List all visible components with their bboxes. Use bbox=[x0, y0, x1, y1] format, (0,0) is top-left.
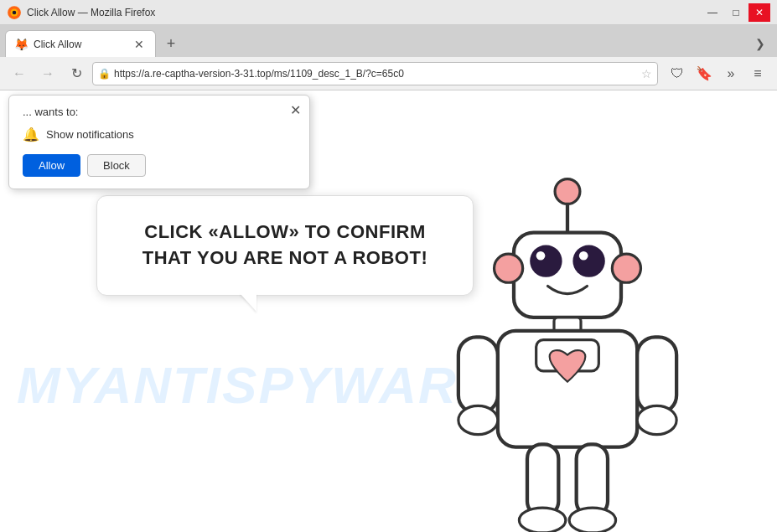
active-tab[interactable]: 🦊 Click Allow ✕ bbox=[5, 30, 156, 57]
svg-point-22 bbox=[569, 508, 615, 532]
allow-button[interactable]: Allow bbox=[23, 154, 80, 177]
firefox-icon bbox=[7, 5, 22, 20]
popup-wants-text: ... wants to: bbox=[23, 106, 296, 118]
popup-buttons: Allow Block bbox=[23, 154, 296, 177]
svg-point-9 bbox=[579, 251, 588, 261]
tab-close-button[interactable]: ✕ bbox=[132, 37, 147, 52]
shield-icon: 🔒 bbox=[98, 68, 111, 80]
browser-content: MYANTISPYWARE.COM ✕ ... wants to: 🔔 Show… bbox=[0, 90, 777, 532]
menu-button[interactable]: ≡ bbox=[745, 61, 770, 86]
bell-icon: 🔔 bbox=[23, 127, 39, 142]
svg-rect-16 bbox=[637, 337, 676, 413]
svg-point-17 bbox=[458, 405, 498, 434]
svg-rect-20 bbox=[577, 444, 608, 515]
toolbar-icons: 🛡 🔖 » ≡ bbox=[665, 61, 770, 86]
minimize-button[interactable]: — bbox=[702, 3, 723, 22]
svg-point-21 bbox=[519, 508, 565, 532]
notification-popup: ✕ ... wants to: 🔔 Show notifications All… bbox=[8, 95, 310, 189]
tab-title: Click Allow bbox=[34, 39, 127, 50]
tab-favicon: 🦊 bbox=[14, 38, 28, 51]
titlebar-controls: — □ ✕ bbox=[702, 3, 770, 22]
back-button[interactable]: ← bbox=[7, 61, 32, 86]
extensions-button[interactable]: » bbox=[718, 61, 743, 86]
robot-illustration bbox=[433, 172, 702, 532]
popup-notification-item: 🔔 Show notifications bbox=[23, 127, 296, 142]
shield-toolbar-button[interactable]: 🛡 bbox=[665, 61, 690, 86]
svg-point-7 bbox=[572, 245, 604, 276]
tab-overflow-button[interactable]: ❯ bbox=[749, 32, 772, 55]
bookmark-button[interactable]: 🔖 bbox=[692, 61, 717, 86]
svg-point-6 bbox=[530, 245, 562, 276]
svg-point-2 bbox=[13, 10, 17, 14]
address-text: https://a.re-captha-version-3-31.top/ms/… bbox=[114, 68, 638, 80]
speech-bubble: CLICK «ALLOW» TO CONFIRM THAT YOU ARE NO… bbox=[96, 195, 474, 296]
reload-button[interactable]: ↻ bbox=[64, 61, 89, 86]
svg-point-8 bbox=[536, 251, 546, 261]
popup-notification-label: Show notifications bbox=[46, 128, 134, 141]
tabbar: 🦊 Click Allow ✕ + ❯ bbox=[0, 25, 777, 57]
svg-point-18 bbox=[637, 405, 676, 434]
svg-rect-15 bbox=[458, 337, 498, 413]
svg-rect-5 bbox=[514, 233, 621, 318]
maximize-button[interactable]: □ bbox=[725, 3, 747, 22]
toolbar: ← → ↻ 🔒 https://a.re-captha-version-3-31… bbox=[0, 57, 777, 90]
bookmark-star-icon[interactable]: ☆ bbox=[641, 67, 652, 80]
speech-bubble-text: CLICK «ALLOW» TO CONFIRM THAT YOU ARE NO… bbox=[122, 220, 448, 271]
titlebar: Click Allow — Mozilla Firefox — □ ✕ bbox=[0, 0, 777, 25]
popup-close-button[interactable]: ✕ bbox=[290, 102, 301, 118]
svg-point-11 bbox=[612, 254, 640, 282]
new-tab-button[interactable]: + bbox=[159, 32, 183, 55]
titlebar-left: Click Allow — Mozilla Firefox bbox=[7, 5, 155, 20]
forward-button[interactable]: → bbox=[35, 61, 60, 86]
close-button[interactable]: ✕ bbox=[749, 3, 770, 22]
robot-svg bbox=[433, 172, 702, 532]
svg-rect-19 bbox=[527, 444, 558, 515]
address-bar[interactable]: 🔒 https://a.re-captha-version-3-31.top/m… bbox=[92, 62, 658, 85]
svg-point-10 bbox=[495, 254, 523, 282]
titlebar-title: Click Allow — Mozilla Firefox bbox=[27, 7, 155, 18]
block-button[interactable]: Block bbox=[87, 154, 146, 177]
svg-point-4 bbox=[555, 179, 580, 204]
